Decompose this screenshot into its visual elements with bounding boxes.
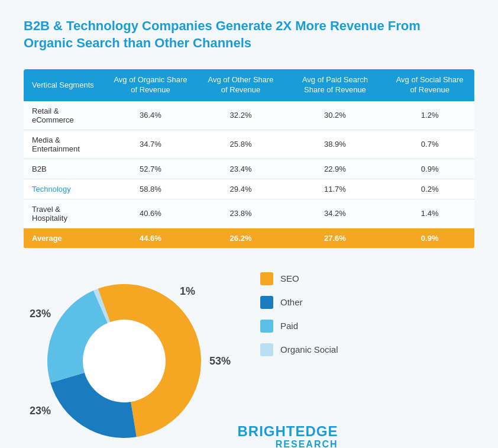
table-row: Travel & Hospitality40.6%23.8%34.2%1.4% xyxy=(24,199,474,228)
table-row: Retail & eCommerce36.4%32.2%30.2%1.2% xyxy=(24,101,474,130)
legend-label-seo: SEO xyxy=(280,273,299,283)
donut-chart: 1% 53% 23% 23% xyxy=(35,272,213,448)
legend-label-organic-social: Organic Social xyxy=(280,344,338,354)
table-row: Media & Entertainment34.7%25.8%38.9%0.7% xyxy=(24,130,474,159)
cell-other: 26.2% xyxy=(196,228,284,248)
table-row: Average44.6%26.2%27.6%0.9% xyxy=(24,228,474,248)
cell-organic: 40.6% xyxy=(104,199,196,228)
legend-item-seo: SEO xyxy=(260,272,338,285)
cell-segment: Technology xyxy=(24,179,104,199)
logo-line2: RESEARCH xyxy=(238,439,338,448)
pct-label-23-bottom: 23% xyxy=(30,405,51,417)
col-header-paid: Avg of Paid Search Share of Revenue xyxy=(285,69,386,101)
legend-item-paid: Paid xyxy=(260,320,338,333)
cell-paid: 34.2% xyxy=(285,199,386,228)
col-header-other: Avg of Other Share of Revenue xyxy=(196,69,284,101)
cell-other: 25.8% xyxy=(196,130,284,159)
col-header-social: Avg of Social Share of Revenue xyxy=(385,69,474,101)
cell-social: 1.4% xyxy=(385,199,474,228)
other-swatch xyxy=(260,296,273,309)
cell-segment: B2B xyxy=(24,159,104,179)
cell-social: 0.9% xyxy=(385,159,474,179)
cell-other: 32.2% xyxy=(196,101,284,130)
cell-organic: 58.8% xyxy=(104,179,196,199)
cell-paid: 11.7% xyxy=(285,179,386,199)
brightedge-logo: BRIGHTEDGE RESEARCH xyxy=(238,424,338,448)
cell-organic: 34.7% xyxy=(104,130,196,159)
seo-swatch xyxy=(260,272,273,285)
data-table: Vertical Segments Avg of Organic Share o… xyxy=(24,69,474,249)
col-header-segment: Vertical Segments xyxy=(24,69,104,101)
cell-other: 29.4% xyxy=(196,179,284,199)
paid-swatch xyxy=(260,320,273,333)
cell-segment: Media & Entertainment xyxy=(24,130,104,159)
cell-social: 1.2% xyxy=(385,101,474,130)
chart-legend: SEO Other Paid Organic Social xyxy=(260,272,338,356)
legend-label-paid: Paid xyxy=(280,321,298,331)
pct-label-1: 1% xyxy=(180,285,195,298)
cell-segment: Travel & Hospitality xyxy=(24,199,104,228)
cell-social: 0.7% xyxy=(385,130,474,159)
cell-segment: Retail & eCommerce xyxy=(24,101,104,130)
pct-label-23-top: 23% xyxy=(30,308,51,320)
cell-organic: 52.7% xyxy=(104,159,196,179)
cell-social: 0.9% xyxy=(385,228,474,248)
svg-point-1 xyxy=(84,321,164,401)
legend-item-organic-social: Organic Social xyxy=(260,343,338,356)
cell-other: 23.4% xyxy=(196,159,284,179)
cell-segment: Average xyxy=(24,228,104,248)
chart-section: 1% 53% 23% 23% SEO Other Paid Organic So… xyxy=(24,272,474,448)
chart-right-panel: SEO Other Paid Organic Social BRIGHTEDGE… xyxy=(237,272,338,448)
cell-organic: 36.4% xyxy=(104,101,196,130)
cell-other: 23.8% xyxy=(196,199,284,228)
cell-paid: 38.9% xyxy=(285,130,386,159)
col-header-organic: Avg of Organic Share of Revenue xyxy=(104,69,196,101)
page-title: B2B & Technology Companies Generate 2X M… xyxy=(24,18,438,51)
cell-paid: 30.2% xyxy=(285,101,386,130)
pct-label-53: 53% xyxy=(209,354,231,367)
cell-organic: 44.6% xyxy=(104,228,196,248)
cell-paid: 22.9% xyxy=(285,159,386,179)
legend-item-other: Other xyxy=(260,296,338,309)
organic-social-swatch xyxy=(260,343,273,356)
cell-paid: 27.6% xyxy=(285,228,386,248)
donut-svg xyxy=(35,272,213,448)
cell-social: 0.2% xyxy=(385,179,474,199)
legend-label-other: Other xyxy=(280,297,303,307)
table-row: Technology58.8%29.4%11.7%0.2% xyxy=(24,179,474,199)
logo-line1: BRIGHTEDGE xyxy=(238,424,338,439)
table-row: B2B52.7%23.4%22.9%0.9% xyxy=(24,159,474,179)
